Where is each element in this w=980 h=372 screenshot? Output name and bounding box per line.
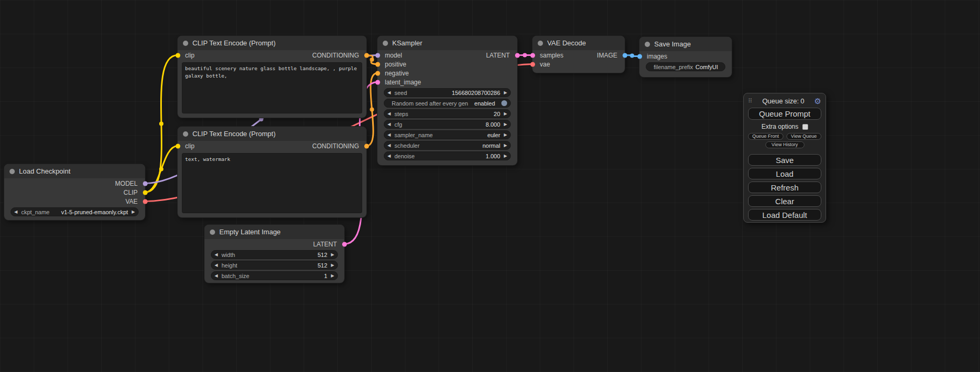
link-midpoint-dot[interactable] (370, 58, 374, 62)
decrement-arrow-icon[interactable]: ◀ (215, 253, 218, 257)
increment-arrow-icon[interactable]: ▶ (331, 274, 334, 278)
input-port-samples[interactable] (530, 53, 535, 58)
increment-arrow-icon[interactable]: ▶ (331, 253, 334, 257)
widget-filename-prefix[interactable]: filename_prefix ComfyUI (646, 62, 725, 71)
collapse-dot-icon[interactable] (210, 230, 215, 235)
empty-latent-title-bar[interactable]: Empty Latent Image (205, 225, 344, 239)
link-midpoint-dot[interactable] (523, 53, 527, 58)
input-port-vae[interactable] (530, 62, 535, 66)
decrement-arrow-icon[interactable]: ◀ (215, 263, 218, 268)
save-button[interactable]: Save (748, 154, 821, 166)
next-value-arrow-icon[interactable]: ▶ (132, 210, 135, 214)
increment-arrow-icon[interactable]: ▶ (331, 263, 334, 268)
settings-gear-icon[interactable]: ⚙ (814, 97, 821, 105)
output-port-conditioning[interactable] (364, 144, 369, 148)
widget-seed[interactable]: ◀ seed 156680208700286 ▶ (384, 88, 511, 97)
decrement-arrow-icon[interactable]: ◀ (387, 122, 391, 127)
output-port-latent[interactable] (515, 53, 520, 58)
input-label-images: images (647, 53, 667, 60)
link-midpoint-dot[interactable] (159, 167, 163, 171)
collapse-dot-icon[interactable] (183, 41, 188, 46)
increment-arrow-icon[interactable]: ▶ (504, 154, 507, 158)
input-port-latent-image[interactable] (375, 80, 380, 84)
node-title: KSampler (392, 39, 422, 47)
queue-front-button[interactable]: Queue Front (748, 133, 783, 140)
next-value-arrow-icon[interactable]: ▶ (504, 144, 507, 148)
widget-sampler-name[interactable]: ◀ sampler_name euler ▶ (384, 130, 511, 139)
decrement-arrow-icon[interactable]: ◀ (387, 154, 391, 158)
queue-prompt-button[interactable]: Queue Prompt (748, 108, 821, 120)
view-history-button[interactable]: View History (765, 141, 804, 148)
link-midpoint-dot[interactable] (159, 122, 163, 126)
widget-denoise[interactable]: ◀ denoise 1.000 ▶ (384, 151, 511, 160)
prev-value-arrow-icon[interactable]: ◀ (387, 133, 391, 137)
clip-text-encode-title-bar[interactable]: CLIP Text Encode (Prompt) (178, 36, 366, 50)
widget-width[interactable]: ◀ width 512 ▶ (211, 250, 338, 259)
collapse-dot-icon[interactable] (9, 169, 15, 174)
input-port-model[interactable] (375, 53, 380, 58)
output-port-model[interactable] (143, 181, 148, 186)
load-checkpoint-title-bar[interactable]: Load Checkpoint (4, 164, 145, 178)
collapse-dot-icon[interactable] (645, 42, 650, 47)
negative-prompt-textarea[interactable]: text, watermark (182, 153, 362, 213)
refresh-button[interactable]: Refresh (748, 182, 821, 193)
next-value-arrow-icon[interactable]: ▶ (504, 133, 507, 137)
node-empty-latent-image[interactable]: Empty Latent Image LATENT ◀ width 512 ▶ … (205, 225, 344, 283)
increment-arrow-icon[interactable]: ▶ (504, 91, 507, 95)
widget-name: filename_prefix (654, 64, 693, 70)
load-button[interactable]: Load (748, 168, 821, 179)
output-port-image[interactable] (623, 53, 627, 58)
output-port-conditioning[interactable] (364, 53, 369, 58)
widget-cfg[interactable]: ◀ cfg 8.000 ▶ (384, 120, 511, 129)
widget-height[interactable]: ◀ height 512 ▶ (211, 261, 338, 270)
node-vae-decode[interactable]: VAE Decode samples IMAGE vae (532, 36, 625, 73)
vae-decode-title-bar[interactable]: VAE Decode (532, 36, 625, 50)
collapse-dot-icon[interactable] (383, 41, 388, 46)
ports-row: model LATENT (377, 51, 517, 60)
prev-value-arrow-icon[interactable]: ◀ (14, 210, 17, 214)
node-title: CLIP Text Encode (Prompt) (192, 130, 276, 138)
ports-row: clip CONDITIONING (178, 51, 366, 60)
input-port-positive[interactable] (375, 62, 380, 66)
widget-batch-size[interactable]: ◀ batch_size 1 ▶ (211, 271, 338, 280)
comfy-menu-panel[interactable]: ⠿ Queue size:0 ⚙ Queue Prompt Extra opti… (743, 93, 826, 223)
ksampler-title-bar[interactable]: KSampler (377, 36, 517, 50)
decrement-arrow-icon[interactable]: ◀ (387, 91, 391, 95)
node-save-image[interactable]: Save Image images filename_prefix ComfyU… (639, 37, 732, 77)
collapse-dot-icon[interactable] (538, 41, 543, 46)
canvas-background[interactable]: Load Checkpoint MODEL CLIP VAE ◀ ckpt_na… (0, 0, 980, 372)
node-clip-text-encode-positive[interactable]: CLIP Text Encode (Prompt) clip CONDITION… (178, 36, 366, 118)
decrement-arrow-icon[interactable]: ◀ (387, 112, 391, 116)
output-port-clip[interactable] (143, 190, 148, 195)
drag-handle-icon[interactable]: ⠿ (748, 98, 752, 104)
output-port-latent[interactable] (342, 242, 347, 246)
increment-arrow-icon[interactable]: ▶ (504, 122, 507, 127)
widget-ckpt-name[interactable]: ◀ ckpt_name v1-5-pruned-emaonly.ckpt ▶ (11, 207, 139, 216)
input-port-images[interactable] (637, 54, 642, 59)
prev-value-arrow-icon[interactable]: ◀ (387, 144, 391, 148)
collapse-dot-icon[interactable] (183, 131, 188, 137)
link-midpoint-dot[interactable] (370, 108, 374, 112)
clear-button[interactable]: Clear (748, 195, 821, 207)
widget-steps[interactable]: ◀ steps 20 ▶ (384, 109, 511, 118)
toggle-knob[interactable] (501, 100, 507, 106)
input-port-negative[interactable] (375, 71, 380, 75)
node-load-checkpoint[interactable]: Load Checkpoint MODEL CLIP VAE ◀ ckpt_na… (4, 164, 145, 220)
decrement-arrow-icon[interactable]: ◀ (215, 274, 218, 278)
positive-prompt-textarea[interactable]: beautiful scenery nature glass bottle la… (182, 62, 362, 113)
widget-scheduler[interactable]: ◀ scheduler normal ▶ (384, 141, 511, 150)
input-port-clip[interactable] (176, 144, 180, 148)
clip-text-encode-title-bar[interactable]: CLIP Text Encode (Prompt) (178, 127, 366, 141)
output-port-vae[interactable] (143, 199, 148, 204)
extra-options-checkbox[interactable] (802, 124, 808, 130)
link-midpoint-dot[interactable] (630, 54, 634, 58)
node-clip-text-encode-negative[interactable]: CLIP Text Encode (Prompt) clip CONDITION… (178, 127, 366, 217)
input-port-clip[interactable] (176, 53, 180, 58)
node-ksampler[interactable]: KSampler model LATENT positive negative … (377, 36, 517, 165)
link-midpoint-dot[interactable] (259, 117, 264, 121)
load-default-button[interactable]: Load Default (748, 209, 821, 221)
save-image-title-bar[interactable]: Save Image (639, 37, 732, 51)
increment-arrow-icon[interactable]: ▶ (504, 112, 507, 116)
view-queue-button[interactable]: View Queue (787, 133, 822, 140)
widget-random-seed-toggle[interactable]: Random seed after every gen enabled (384, 99, 511, 108)
